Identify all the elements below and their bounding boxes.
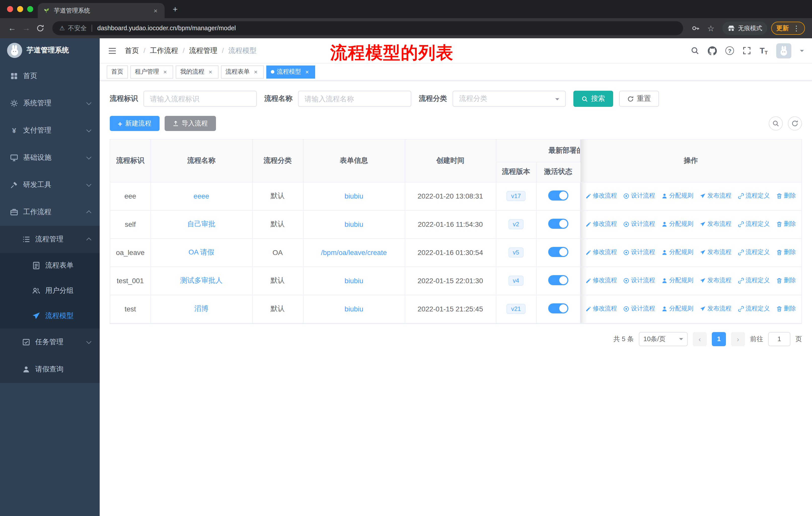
sidebar-item-task-mgmt[interactable]: 任务管理 <box>0 329 100 356</box>
op-modify-link[interactable]: 修改流程 <box>585 248 617 257</box>
op-publish-link[interactable]: 发布流程 <box>700 305 731 313</box>
import-process-button[interactable]: 导入流程 <box>165 116 216 131</box>
active-toggle[interactable] <box>548 247 568 257</box>
process-name-link[interactable]: 自己审批 <box>187 220 215 228</box>
op-definition-link[interactable]: 流程定义 <box>738 276 770 285</box>
active-toggle[interactable] <box>548 190 568 200</box>
close-window-button[interactable] <box>7 6 13 12</box>
sidebar-item-process-model[interactable]: 流程模型 <box>0 303 100 329</box>
op-modify-link[interactable]: 修改流程 <box>585 276 617 285</box>
version-badge[interactable]: v17 <box>507 191 526 201</box>
close-icon[interactable] <box>303 68 311 75</box>
sidebar-item-devtools[interactable]: 研发工具 <box>0 171 100 198</box>
next-page-button[interactable] <box>731 332 745 346</box>
sidebar-item-process-mgmt[interactable]: 流程管理 <box>0 226 100 253</box>
avatar-caret-icon[interactable] <box>800 50 804 54</box>
process-id-input[interactable] <box>143 91 257 107</box>
breadcrumb-item[interactable]: 工作流程 <box>139 46 178 55</box>
create-process-button[interactable]: 新建流程 <box>110 116 160 131</box>
current-page-button[interactable]: 1 <box>712 332 726 346</box>
address-bar[interactable]: 不安全 dashboard.yudao.iocoder.cn/bpm/manag… <box>52 21 683 35</box>
zoom-window-button[interactable] <box>27 6 33 12</box>
op-publish-link[interactable]: 发布流程 <box>700 248 731 257</box>
password-key-icon[interactable] <box>689 22 702 35</box>
prev-page-button[interactable] <box>693 332 707 346</box>
github-icon[interactable] <box>708 46 717 55</box>
sidebar-logo[interactable]: 芋道管理系统 <box>0 38 100 62</box>
sidebar-item-process-form[interactable]: 流程表单 <box>0 253 100 278</box>
sidebar-item-payment[interactable]: 支付管理 <box>0 117 100 144</box>
toggle-search-button[interactable] <box>769 116 783 131</box>
op-delete-link[interactable]: 删除 <box>776 248 796 257</box>
minimize-window-button[interactable] <box>17 6 23 12</box>
new-tab-button[interactable] <box>169 3 182 16</box>
op-definition-link[interactable]: 流程定义 <box>738 192 770 200</box>
active-toggle[interactable] <box>548 218 568 228</box>
op-assign-rule-link[interactable]: 分配规则 <box>662 220 693 228</box>
browser-menu-icon[interactable] <box>793 24 800 33</box>
form-info-link[interactable]: biubiu <box>345 220 364 228</box>
active-toggle[interactable] <box>548 303 568 313</box>
op-assign-rule-link[interactable]: 分配规则 <box>662 276 693 285</box>
op-delete-link[interactable]: 删除 <box>776 276 796 285</box>
tag-process-model[interactable]: 流程模型 <box>266 65 315 78</box>
close-icon[interactable] <box>252 68 259 75</box>
op-assign-rule-link[interactable]: 分配规则 <box>662 248 693 257</box>
tag-process-form[interactable]: 流程表单 <box>221 65 264 78</box>
op-design-link[interactable]: 设计流程 <box>624 220 655 228</box>
version-badge[interactable]: v21 <box>507 304 526 314</box>
version-badge[interactable]: v4 <box>508 276 524 286</box>
op-design-link[interactable]: 设计流程 <box>624 305 655 313</box>
op-design-link[interactable]: 设计流程 <box>624 248 655 257</box>
process-name-link[interactable]: 测试多审批人 <box>180 276 223 284</box>
tag-my-process[interactable]: 我的流程 <box>176 65 219 78</box>
back-button[interactable] <box>5 21 19 35</box>
op-assign-rule-link[interactable]: 分配规则 <box>662 305 693 313</box>
process-name-input[interactable] <box>298 91 411 107</box>
op-definition-link[interactable]: 流程定义 <box>738 220 770 228</box>
close-icon[interactable] <box>162 68 169 75</box>
security-label[interactable]: 不安全 <box>68 24 87 32</box>
process-name-link[interactable]: eeee <box>194 192 209 200</box>
form-info-link[interactable]: biubiu <box>345 192 364 200</box>
reset-button[interactable]: 重置 <box>619 91 659 107</box>
process-name-link[interactable]: 滔博 <box>194 304 208 313</box>
sidebar-item-infra[interactable]: 基础设施 <box>0 144 100 171</box>
sidebar-item-system[interactable]: 系统管理 <box>0 90 100 117</box>
process-name-link[interactable]: OA 请假 <box>188 248 214 256</box>
op-modify-link[interactable]: 修改流程 <box>585 305 617 313</box>
page-size-select[interactable]: 10条/页 <box>639 332 688 346</box>
op-publish-link[interactable]: 发布流程 <box>700 192 731 200</box>
sidebar-item-leave-query[interactable]: 请假查询 <box>0 356 100 383</box>
version-badge[interactable]: v2 <box>508 219 524 229</box>
form-info-link[interactable]: /bpm/oa/leave/create <box>321 248 387 256</box>
op-modify-link[interactable]: 修改流程 <box>585 192 617 200</box>
op-delete-link[interactable]: 删除 <box>776 192 796 200</box>
op-modify-link[interactable]: 修改流程 <box>585 220 617 228</box>
form-info-link[interactable]: biubiu <box>345 277 364 285</box>
bookmark-star-icon[interactable] <box>704 22 717 35</box>
sidebar-item-user-group[interactable]: 用户分组 <box>0 278 100 303</box>
hamburger-icon[interactable] <box>108 46 117 55</box>
op-design-link[interactable]: 设计流程 <box>624 276 655 285</box>
op-publish-link[interactable]: 发布流程 <box>700 276 731 285</box>
form-info-link[interactable]: biubiu <box>345 305 364 313</box>
search-button[interactable]: 搜索 <box>573 91 613 107</box>
active-toggle[interactable] <box>548 275 568 285</box>
refresh-table-button[interactable] <box>788 116 802 131</box>
op-delete-link[interactable]: 删除 <box>776 220 796 228</box>
update-button[interactable]: 更新 <box>771 22 805 35</box>
op-assign-rule-link[interactable]: 分配规则 <box>662 192 693 200</box>
reload-button[interactable] <box>33 21 47 35</box>
tag-tenant[interactable]: 租户管理 <box>130 65 173 78</box>
user-avatar[interactable] <box>776 43 791 58</box>
breadcrumb-item[interactable]: 流程管理 <box>178 46 218 55</box>
sidebar-item-workflow[interactable]: 工作流程 <box>0 198 100 226</box>
url-text[interactable]: dashboard.yudao.iocoder.cn/bpm/manager/m… <box>97 25 236 32</box>
op-design-link[interactable]: 设计流程 <box>624 192 655 200</box>
close-icon[interactable] <box>207 68 214 75</box>
op-definition-link[interactable]: 流程定义 <box>738 248 770 257</box>
category-select[interactable]: 流程分类 <box>453 91 566 107</box>
forward-button[interactable] <box>19 21 33 35</box>
fullscreen-icon[interactable] <box>743 46 751 55</box>
